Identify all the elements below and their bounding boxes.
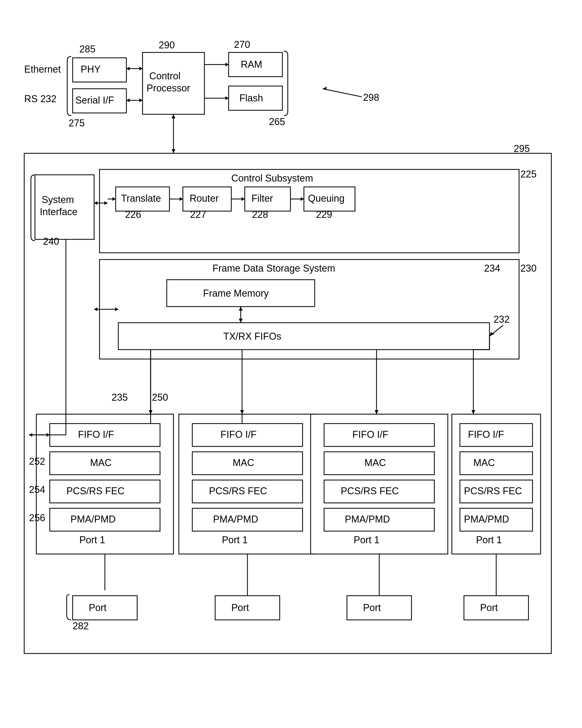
frame-memory-label: Frame Memory (203, 288, 269, 299)
port2-fifo-if: FIFO I/F (220, 429, 257, 440)
port4-label: Port 1 (476, 535, 502, 545)
ref-285: 285 (79, 44, 96, 55)
rs232-label: RS 232 (24, 93, 56, 104)
port3-fifo-if: FIFO I/F (352, 429, 388, 440)
ref-254: 254 (29, 484, 45, 495)
svg-marker-8 (139, 67, 142, 71)
svg-line-5 (323, 89, 362, 97)
ref-250: 250 (152, 392, 168, 403)
control-processor-label: Control (149, 71, 181, 81)
ref-270: 270 (234, 39, 250, 50)
ref-295: 295 (514, 143, 530, 154)
filter-label: Filter (252, 193, 273, 204)
port4-pcs: PCS/RS FEC (464, 486, 522, 496)
frame-data-storage-label: Frame Data Storage System (212, 263, 335, 274)
port1-pcs: PCS/RS FEC (67, 486, 125, 496)
diagram-container: Ethernet RS 232 PHY Serial I/F 275 285 C… (0, 0, 582, 728)
port1-pma: PMA/PMD (71, 514, 116, 525)
tx-rx-fifos-label: TX/RX FIFOs (223, 331, 281, 342)
ref-256: 256 (29, 512, 45, 523)
bottom-port4-label: Port (480, 602, 498, 613)
svg-marker-16 (226, 96, 229, 100)
port4-pma: PMA/PMD (464, 514, 509, 525)
port2-mac: MAC (233, 457, 254, 468)
svg-marker-14 (226, 63, 229, 67)
ref-226: 226 (125, 209, 141, 220)
ref-225: 225 (521, 168, 536, 180)
bottom-port3-label: Port (363, 602, 381, 613)
port3-pma: PMA/PMD (345, 514, 390, 525)
system-interface-label: System (42, 194, 74, 205)
bottom-port2-label: Port (231, 602, 249, 613)
ref-234: 234 (484, 263, 500, 274)
ref-275: 275 (69, 118, 85, 129)
port2-pcs: PCS/RS FEC (209, 486, 267, 496)
ref-252: 252 (29, 456, 45, 467)
ref-228: 228 (252, 209, 268, 220)
ref-240: 240 (43, 236, 59, 247)
ram-label: RAM (241, 59, 262, 70)
flash-label: Flash (239, 93, 263, 104)
port3-mac: MAC (364, 457, 386, 468)
port1-mac: MAC (90, 457, 112, 468)
port2-pma: PMA/PMD (213, 514, 258, 525)
ref-232: 232 (494, 314, 510, 325)
ref-235: 235 (112, 392, 128, 403)
svg-rect-77 (460, 452, 532, 475)
phy-label: PHY (81, 64, 101, 75)
port2-label: Port 1 (222, 535, 248, 545)
ref-230: 230 (521, 263, 536, 274)
control-subsystem-label: Control Subsystem (231, 173, 313, 184)
serial-if-label: Serial I/F (75, 95, 114, 106)
port3-label: Port 1 (354, 535, 379, 545)
port4-mac: MAC (473, 457, 495, 468)
translate-label: Translate (121, 193, 161, 204)
ref-298: 298 (363, 92, 379, 103)
svg-marker-11 (126, 67, 130, 71)
ref-227: 227 (190, 209, 206, 220)
ref-265: 265 (269, 116, 285, 127)
system-interface-label2: Interface (40, 206, 77, 217)
port1-label: Port 1 (79, 535, 105, 545)
svg-marker-10 (139, 99, 142, 102)
svg-marker-12 (126, 99, 130, 102)
port4-fifo-if: FIFO I/F (468, 429, 504, 440)
ethernet-label: Ethernet (24, 64, 61, 75)
ref-290: 290 (159, 40, 175, 51)
router-label: Router (190, 193, 219, 204)
port1-fifo-if: FIFO I/F (78, 429, 114, 440)
svg-marker-18 (171, 149, 175, 153)
ref-282: 282 (73, 620, 89, 631)
bottom-port1-label: Port (89, 602, 106, 613)
queuing-label: Queuing (308, 193, 345, 204)
port3-pcs: PCS/RS FEC (341, 486, 399, 496)
ref-229: 229 (316, 209, 332, 220)
svg-rect-40 (118, 323, 490, 349)
control-processor-label2: Processor (147, 83, 190, 94)
svg-marker-19 (171, 114, 175, 118)
